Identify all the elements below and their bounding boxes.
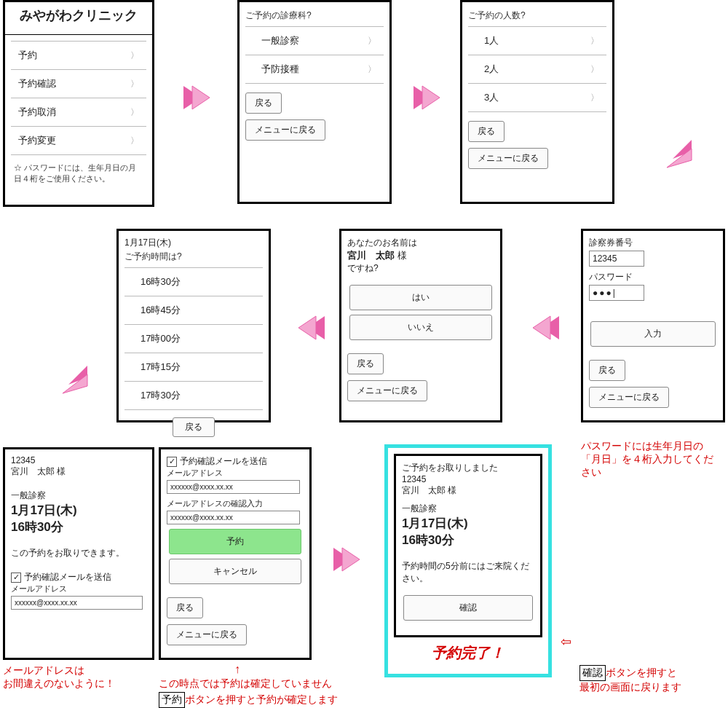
time-date: 1月17日(木) [124,237,263,249]
menu-button[interactable]: メニューに戻る [245,119,325,141]
count-item-2[interactable]: 2人〉 [468,55,606,84]
yes-button[interactable]: はい [349,285,492,310]
svg-marker-9 [298,316,316,339]
svg-marker-1 [192,86,210,109]
card-number-input[interactable]: 12345 [589,251,644,267]
time-item-4[interactable]: 17時15分 [124,353,263,382]
dept-item-general[interactable]: 一般診察〉 [245,26,384,55]
dept-question: ご予約の診療科? [245,8,384,26]
up-arrow-icon: ↑ [234,663,240,676]
back-button[interactable]: 戻る [589,360,625,381]
flow-arrow-down-left-icon [54,364,90,396]
clinic-title: みやがわクリニック [5,2,152,35]
flow-arrow-down-left-icon [658,138,695,170]
mail-label: メールアドレス [167,468,304,479]
time-item-3[interactable]: 17時00分 [124,325,263,353]
mail-input[interactable]: xxxxxx@xxxx.xx.xx [11,596,143,610]
complete-time: 16時30分 [402,532,534,548]
time-item-2[interactable]: 16時45分 [124,296,263,325]
no-button[interactable]: いいえ [349,315,492,340]
time-question: ご予約時間は? [124,249,263,267]
dept-item-vaccine[interactable]: 予防接種〉 [245,55,384,84]
check-icon [167,457,177,467]
caption-mail-warning: メールアドレスは お間違えのないように！ [3,664,115,691]
chevron-right-icon: 〉 [590,63,599,76]
count-question: ご予約の人数? [468,8,606,26]
complete-date: 1月17日(木) [402,515,534,532]
panel-time: 1月17日(木) ご予約時間は? 16時30分 16時45分 17時00分 17… [116,229,271,422]
complete-banner: 予約完了！ [394,637,542,663]
caption-not-confirmed: この時点では予約は確定していません [159,677,332,691]
caption-reserve-press: 予約ボタンを押すと予約が確定します [159,692,338,708]
complete-dept: 一般診察 [402,503,534,515]
panel-reserve: 予約確認メールを送信 メールアドレス xxxxxx@xxxx.xx.xx メール… [159,447,312,660]
return-arrow-icon: ⇦ [561,634,571,650]
svg-marker-11 [63,374,87,393]
name-suffix: 様 [395,250,407,261]
caption-password-hint: パスワードには生年月日の「月日」を４桁入力してください [581,440,719,479]
mail-checkbox[interactable]: 予約確認メールを送信 [167,455,304,468]
reserve-button[interactable]: 予約 [169,529,302,554]
time-item-5[interactable]: 17時30分 [124,382,263,410]
panel-home: みやがわクリニック 予約〉 予約確認〉 予約取消〉 予約変更〉 ☆ パスワードに… [3,0,154,207]
count-item-1[interactable]: 1人〉 [468,26,606,55]
home-item-reserve[interactable]: 予約〉 [11,41,146,70]
chevron-right-icon: 〉 [130,135,139,147]
summary-msg: この予約をお取りできます。 [11,547,146,559]
password-input[interactable]: ●●●| [589,285,644,301]
chevron-right-icon: 〉 [130,106,139,119]
ok-box-label: 確認 [579,665,606,681]
menu-button[interactable]: メニューに戻る [468,148,548,169]
back-button[interactable]: 戻る [173,417,215,437]
svg-marker-3 [422,86,440,109]
back-button[interactable]: 戻る [245,93,282,114]
flow-arrow-right-icon [182,83,215,112]
mail-input[interactable]: xxxxxx@xxxx.xx.xx [167,480,300,494]
back-button[interactable]: 戻る [167,597,203,618]
password-hint: ☆ パスワードには、生年月日の月日４桁をご使用ください。 [11,155,146,192]
svg-marker-5 [667,149,692,168]
chevron-right-icon: 〉 [130,78,139,90]
panel-complete: ご予約をお取りしました 12345 宮川 太郎 様 一般診察 1月17日(木) … [384,444,552,677]
ok-button[interactable]: 確認 [403,595,532,621]
summary-id: 12345 [11,455,146,465]
mail-checkbox[interactable]: 予約確認メールを送信 [11,571,146,583]
chevron-right-icon: 〉 [368,35,376,47]
home-item-confirm[interactable]: 予約確認〉 [11,70,146,98]
panel-summary: 12345 宮川 太郎 様 一般診察 1月17日(木) 16時30分 この予約を… [3,447,154,660]
caption-ok-return: 確認ボタンを押すと 最初の画面に戻ります [579,654,681,694]
back-button[interactable]: 戻る [347,353,384,374]
complete-id: 12345 [402,474,534,484]
home-item-cancel[interactable]: 予約取消〉 [11,98,146,127]
chevron-right-icon: 〉 [130,50,139,62]
summary-date: 1月17日(木) [11,502,146,519]
panel-name-confirm: あなたのお名前は 宮川 太郎 様 ですね? はい いいえ 戻る メニューに戻る [339,229,502,422]
enter-button[interactable]: 入力 [590,321,716,347]
name-prompt-1: あなたのお名前は [347,237,494,249]
complete-head: ご予約をお取りしました [402,462,534,474]
chevron-right-icon: 〉 [368,63,376,76]
name-prompt-2: ですね? [347,262,494,275]
menu-button[interactable]: メニューに戻る [589,387,669,408]
mail-confirm-label: メールアドレスの確認入力 [167,498,304,509]
panel-dept: ご予約の診療科? 一般診察〉 予防接種〉 戻る メニューに戻る [237,0,392,204]
count-item-3[interactable]: 3人〉 [468,84,606,112]
svg-marker-13 [342,548,360,571]
menu-button[interactable]: メニューに戻る [167,624,247,645]
flow-arrow-left-icon [527,313,561,342]
time-item-1[interactable]: 16時30分 [124,267,263,296]
panel-login: 診察券番号 12345 パスワード ●●●| 入力 戻る メニューに戻る [581,229,725,422]
chevron-right-icon: 〉 [590,35,599,47]
cancel-button[interactable]: キャンセル [169,559,302,584]
user-name: 宮川 太郎 [347,250,395,261]
flow-arrow-right-icon [332,545,365,574]
mail-confirm-input[interactable]: xxxxxx@xxxx.xx.xx [167,511,300,524]
card-number-label: 診察券番号 [589,237,717,249]
back-button[interactable]: 戻る [468,121,505,142]
flow-arrow-left-icon [293,313,326,342]
complete-msg: 予約時間の5分前にはご来院ください。 [402,560,534,585]
home-item-change[interactable]: 予約変更〉 [11,127,146,155]
reserve-box-label: 予約 [159,692,185,708]
menu-button[interactable]: メニューに戻る [347,380,427,401]
password-label: パスワード [589,271,717,283]
